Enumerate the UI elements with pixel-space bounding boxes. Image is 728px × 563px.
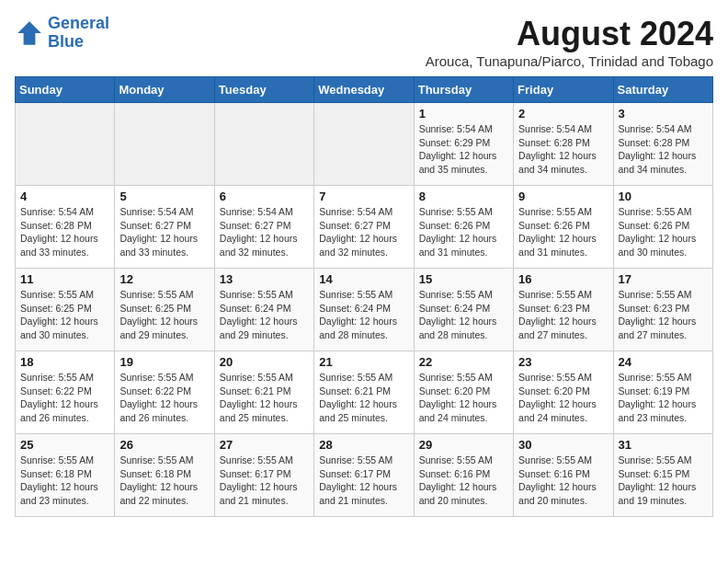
logo-line1: General [48,14,109,32]
day-number: 21 [319,355,408,369]
calendar-cell: 3Sunrise: 5:54 AM Sunset: 6:28 PM Daylig… [613,103,712,186]
day-number: 19 [119,355,209,369]
calendar-cell: 26Sunrise: 5:55 AM Sunset: 6:18 PM Dayli… [115,434,214,517]
calendar-cell: 8Sunrise: 5:55 AM Sunset: 6:26 PM Daylig… [414,186,513,269]
day-detail: Sunrise: 5:55 AM Sunset: 6:21 PM Dayligh… [220,371,309,425]
day-detail: Sunrise: 5:55 AM Sunset: 6:24 PM Dayligh… [319,288,408,342]
day-number: 2 [518,107,608,121]
weekday-header-thursday: Thursday [414,77,513,103]
day-detail: Sunrise: 5:55 AM Sunset: 6:26 PM Dayligh… [419,205,508,259]
weekday-row: SundayMondayTuesdayWednesdayThursdayFrid… [16,77,713,103]
day-number: 8 [419,190,508,203]
day-number: 1 [419,107,508,121]
day-detail: Sunrise: 5:55 AM Sunset: 6:21 PM Dayligh… [319,371,408,425]
weekday-header-tuesday: Tuesday [214,77,313,103]
day-detail: Sunrise: 5:55 AM Sunset: 6:22 PM Dayligh… [20,371,109,425]
calendar-cell: 11Sunrise: 5:55 AM Sunset: 6:25 PM Dayli… [16,269,115,351]
day-detail: Sunrise: 5:55 AM Sunset: 6:24 PM Dayligh… [419,288,508,342]
day-number: 26 [119,438,209,452]
calendar-cell: 19Sunrise: 5:55 AM Sunset: 6:22 PM Dayli… [115,351,214,434]
day-number: 15 [419,272,508,286]
day-detail: Sunrise: 5:55 AM Sunset: 6:15 PM Dayligh… [619,454,708,508]
day-number: 28 [319,438,408,452]
calendar-cell: 12Sunrise: 5:55 AM Sunset: 6:25 PM Dayli… [115,269,214,351]
logo-line2: Blue [48,32,84,51]
logo-icon [15,18,44,48]
calendar-cell: 17Sunrise: 5:55 AM Sunset: 6:23 PM Dayli… [613,269,712,351]
calendar-cell: 25Sunrise: 5:55 AM Sunset: 6:18 PM Dayli… [16,434,115,517]
calendar-cell [214,103,313,186]
calendar-week-1: 1Sunrise: 5:54 AM Sunset: 6:29 PM Daylig… [16,103,713,186]
day-number: 5 [119,190,209,203]
calendar-cell: 10Sunrise: 5:55 AM Sunset: 6:26 PM Dayli… [613,186,712,269]
calendar-week-5: 25Sunrise: 5:55 AM Sunset: 6:18 PM Dayli… [16,434,713,517]
calendar-cell: 27Sunrise: 5:55 AM Sunset: 6:17 PM Dayli… [214,434,313,517]
calendar-week-2: 4Sunrise: 5:54 AM Sunset: 6:28 PM Daylig… [16,186,713,269]
subtitle: Arouca, Tunapuna/Piarco, Trinidad and To… [426,53,713,69]
day-detail: Sunrise: 5:55 AM Sunset: 6:25 PM Dayligh… [20,288,109,342]
day-detail: Sunrise: 5:54 AM Sunset: 6:29 PM Dayligh… [419,122,508,177]
day-detail: Sunrise: 5:55 AM Sunset: 6:17 PM Dayligh… [319,454,408,508]
day-detail: Sunrise: 5:55 AM Sunset: 6:17 PM Dayligh… [220,454,309,508]
day-detail: Sunrise: 5:55 AM Sunset: 6:26 PM Dayligh… [619,205,708,259]
svg-marker-0 [17,21,41,45]
day-detail: Sunrise: 5:55 AM Sunset: 6:20 PM Dayligh… [518,371,608,425]
calendar-cell: 9Sunrise: 5:55 AM Sunset: 6:26 PM Daylig… [514,186,613,269]
day-detail: Sunrise: 5:54 AM Sunset: 6:27 PM Dayligh… [319,205,408,259]
logo-text: General Blue [48,15,109,52]
calendar-cell: 31Sunrise: 5:55 AM Sunset: 6:15 PM Dayli… [613,434,712,517]
day-number: 17 [619,272,708,286]
calendar-cell: 22Sunrise: 5:55 AM Sunset: 6:20 PM Dayli… [414,351,513,434]
day-detail: Sunrise: 5:55 AM Sunset: 6:20 PM Dayligh… [419,371,508,425]
day-number: 24 [619,355,708,369]
day-number: 31 [619,438,708,452]
weekday-header-saturday: Saturday [613,77,712,103]
calendar-week-3: 11Sunrise: 5:55 AM Sunset: 6:25 PM Dayli… [16,269,713,351]
weekday-header-friday: Friday [514,77,613,103]
calendar-cell: 30Sunrise: 5:55 AM Sunset: 6:16 PM Dayli… [514,434,613,517]
calendar-cell: 24Sunrise: 5:55 AM Sunset: 6:19 PM Dayli… [613,351,712,434]
day-detail: Sunrise: 5:55 AM Sunset: 6:23 PM Dayligh… [518,288,608,342]
month-year: August 2024 [426,15,713,53]
calendar-week-4: 18Sunrise: 5:55 AM Sunset: 6:22 PM Dayli… [16,351,713,434]
day-detail: Sunrise: 5:54 AM Sunset: 6:28 PM Dayligh… [619,122,708,177]
day-detail: Sunrise: 5:55 AM Sunset: 6:25 PM Dayligh… [119,288,209,342]
calendar-cell: 5Sunrise: 5:54 AM Sunset: 6:27 PM Daylig… [115,186,214,269]
calendar-cell: 23Sunrise: 5:55 AM Sunset: 6:20 PM Dayli… [514,351,613,434]
day-number: 30 [518,438,608,452]
day-number: 18 [20,355,109,369]
day-detail: Sunrise: 5:55 AM Sunset: 6:23 PM Dayligh… [619,288,708,342]
calendar-cell: 6Sunrise: 5:54 AM Sunset: 6:27 PM Daylig… [214,186,313,269]
calendar-cell: 4Sunrise: 5:54 AM Sunset: 6:28 PM Daylig… [16,186,115,269]
day-number: 12 [119,272,209,286]
calendar-cell: 14Sunrise: 5:55 AM Sunset: 6:24 PM Dayli… [314,269,414,351]
day-number: 6 [220,190,309,203]
day-number: 3 [619,107,708,121]
weekday-header-sunday: Sunday [16,77,115,103]
header: General Blue August 2024 Arouca, Tunapun… [15,15,713,69]
calendar-cell: 16Sunrise: 5:55 AM Sunset: 6:23 PM Dayli… [514,269,613,351]
calendar-cell: 13Sunrise: 5:55 AM Sunset: 6:24 PM Dayli… [214,269,313,351]
day-detail: Sunrise: 5:54 AM Sunset: 6:27 PM Dayligh… [119,205,209,259]
day-number: 14 [319,272,408,286]
calendar-cell: 18Sunrise: 5:55 AM Sunset: 6:22 PM Dayli… [16,351,115,434]
calendar-cell [314,103,414,186]
weekday-header-wednesday: Wednesday [314,77,414,103]
day-number: 13 [220,272,309,286]
day-detail: Sunrise: 5:55 AM Sunset: 6:18 PM Dayligh… [20,454,109,508]
calendar-cell: 7Sunrise: 5:54 AM Sunset: 6:27 PM Daylig… [314,186,414,269]
day-detail: Sunrise: 5:55 AM Sunset: 6:18 PM Dayligh… [119,454,209,508]
calendar-table: SundayMondayTuesdayWednesdayThursdayFrid… [15,76,713,517]
day-number: 4 [20,190,109,203]
day-detail: Sunrise: 5:55 AM Sunset: 6:26 PM Dayligh… [518,205,608,259]
calendar-header: SundayMondayTuesdayWednesdayThursdayFrid… [16,77,713,103]
calendar-cell: 15Sunrise: 5:55 AM Sunset: 6:24 PM Dayli… [414,269,513,351]
day-detail: Sunrise: 5:55 AM Sunset: 6:19 PM Dayligh… [619,371,708,425]
calendar-cell: 28Sunrise: 5:55 AM Sunset: 6:17 PM Dayli… [314,434,414,517]
day-number: 7 [319,190,408,203]
day-detail: Sunrise: 5:55 AM Sunset: 6:16 PM Dayligh… [518,454,608,508]
calendar-cell: 1Sunrise: 5:54 AM Sunset: 6:29 PM Daylig… [414,103,513,186]
day-number: 20 [220,355,309,369]
day-detail: Sunrise: 5:55 AM Sunset: 6:22 PM Dayligh… [119,371,209,425]
day-number: 9 [518,190,608,203]
